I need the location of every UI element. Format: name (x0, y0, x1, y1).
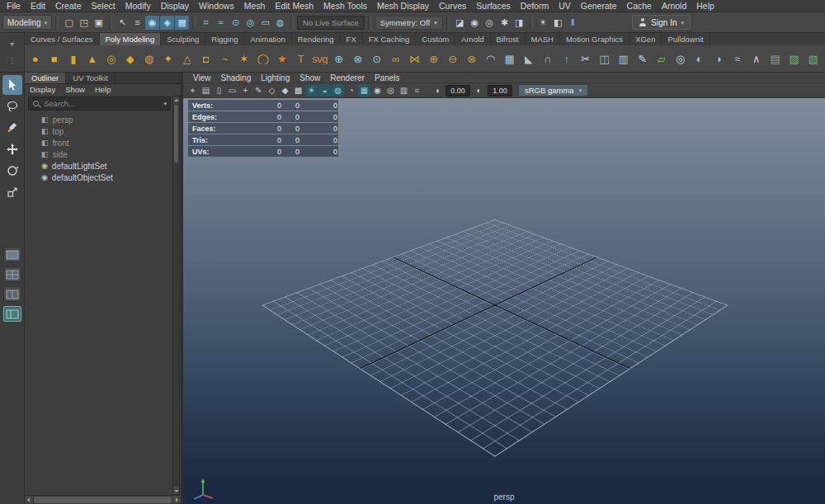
lookdev-view-icon[interactable]: ◧ (551, 16, 565, 30)
layout-two-pane[interactable] (3, 286, 21, 302)
shelf-editor-icon[interactable]: ⋮ (9, 57, 16, 64)
shelf-tab[interactable]: FX Caching (363, 33, 417, 45)
scroll-down-icon[interactable] (173, 487, 179, 494)
center-pivot-icon[interactable]: ⊕ (329, 47, 348, 70)
symmetry-select[interactable]: Symmetry: Off ▾ (375, 16, 443, 30)
select-by-hierarchy-icon[interactable]: ≡ (130, 16, 144, 30)
outliner-menu-item[interactable]: Show (60, 85, 90, 94)
outliner-item[interactable]: ◧ front (25, 137, 181, 148)
menubar-item[interactable]: Mesh Tools (318, 0, 372, 12)
render-settings-icon[interactable]: ✱ (497, 16, 512, 30)
uv-cylindrical-map-icon[interactable]: ▧ (804, 47, 823, 70)
menubar-item[interactable]: UV (554, 0, 576, 12)
average-vertices-icon[interactable]: ≈ (728, 47, 747, 70)
poly-pipe-icon[interactable]: ◘ (196, 47, 215, 70)
poly-plane-icon[interactable]: ◆ (120, 47, 139, 70)
outliner-item[interactable]: ◧ top (25, 125, 181, 137)
subdivide-icon[interactable]: ▦ (500, 47, 519, 70)
combine-icon[interactable]: ∞ (386, 47, 405, 70)
boolean-union-icon[interactable]: ⊕ (424, 47, 443, 70)
shelf-tab[interactable]: Curves / Surfaces (25, 33, 100, 45)
viewport-menu-item[interactable]: Shading (216, 73, 257, 82)
snap-to-projected-center-icon[interactable]: ◎ (243, 16, 257, 30)
joints-x-ray-icon[interactable]: ⌗ (411, 84, 423, 97)
camera-attributes-icon[interactable]: ▤ (200, 84, 212, 97)
snap-to-points-icon[interactable]: ⊙ (229, 16, 243, 30)
move-tool[interactable] (2, 139, 22, 159)
viewport-canvas[interactable]: Verts: 0 0 0 Edges: 0 0 0 Faces: 0 (183, 98, 825, 504)
boolean-intersection-icon[interactable]: ⊗ (462, 47, 481, 70)
save-scene-icon[interactable]: ▣ (92, 16, 106, 30)
image-plane-icon[interactable]: ▭ (226, 84, 238, 97)
separate-icon[interactable]: ⋈ (405, 47, 424, 70)
paint-vertex-icon[interactable]: ✎ (633, 47, 652, 70)
paint-select-tool[interactable] (2, 118, 22, 138)
poly-disc-icon[interactable]: ◍ (139, 47, 158, 70)
poly-cylinder-icon[interactable]: ▮ (64, 47, 82, 70)
shelf-tab[interactable]: Rendering (292, 33, 341, 45)
menubar-item[interactable]: Edit (26, 0, 50, 12)
menubar-item[interactable]: Curves (434, 0, 471, 12)
highlight-selection-mode-icon[interactable]: ▦ (175, 16, 189, 30)
menubar-item[interactable]: Deform (516, 0, 554, 12)
motion-blur-icon[interactable]: ◔ (345, 84, 357, 97)
textured-icon[interactable]: ▩ (292, 84, 304, 97)
2d-pan-zoom-icon[interactable]: + (239, 84, 252, 97)
poly-cone-icon[interactable]: ▲ (82, 47, 101, 70)
pause-viewport-icon[interactable]: ‖ (566, 16, 580, 30)
outliner-item[interactable]: ◉ defaultLightSet (25, 160, 181, 172)
outliner-menu-item[interactable]: Help (90, 85, 116, 94)
menubar-item[interactable]: Arnold (657, 0, 691, 12)
shelf-tab[interactable]: MASH (526, 33, 560, 45)
menubar-item[interactable]: Mesh (239, 0, 271, 12)
menubar-item[interactable]: File (2, 0, 26, 12)
scrollbar-thumb[interactable] (34, 497, 172, 503)
viewport-menu-item[interactable]: View (188, 73, 216, 82)
shelf-tab[interactable]: Animation (244, 33, 291, 45)
menu-set-selector[interactable]: Modeling ▾ (2, 15, 52, 30)
menubar-item[interactable]: Surfaces (471, 0, 515, 12)
shelf-tab[interactable]: Sculpting (161, 33, 205, 45)
outliner-vertical-scrollbar[interactable] (172, 96, 180, 495)
layout-single-pane[interactable] (3, 247, 21, 262)
poly-platonic-icon[interactable]: ✦ (158, 47, 177, 70)
shelf-tab[interactable]: Pulldownit (662, 33, 710, 45)
exposure-icon[interactable]: ◑ (431, 84, 443, 97)
shelf-tab[interactable]: FX (341, 33, 363, 45)
shelf-tab[interactable]: Bifrost (491, 33, 526, 45)
poly-cube-icon[interactable]: ■ (45, 47, 64, 70)
viewport-menu-item[interactable]: Lighting (256, 73, 295, 82)
depth-of-field-icon[interactable]: ◉ (371, 84, 384, 97)
live-surface-field[interactable]: No Live Surface (297, 16, 365, 30)
snap-together-icon[interactable]: ⊗ (348, 47, 367, 70)
scroll-left-icon[interactable] (25, 496, 33, 503)
search-input[interactable] (44, 99, 160, 108)
outliner-tab[interactable]: UV Toolkit (66, 73, 116, 83)
bevel-icon[interactable]: ◣ (519, 47, 538, 70)
svg-tool-icon[interactable]: svg (310, 47, 329, 70)
menubar-item[interactable]: Edit Mesh (270, 0, 318, 12)
wireframe-icon[interactable]: ◇ (266, 84, 278, 97)
make-live-icon[interactable]: ◍ (273, 16, 287, 30)
shelf-tab[interactable]: Arnold (455, 33, 490, 45)
open-render-view-icon[interactable]: ◪ (453, 16, 467, 30)
poly-torus-icon[interactable]: ◎ (101, 47, 120, 70)
target-weld-icon[interactable]: ◎ (671, 47, 690, 70)
render-current-frame-icon[interactable]: ◉ (468, 16, 482, 30)
sculpt-tool-icon[interactable]: ★ (272, 47, 291, 70)
boolean-difference-icon[interactable]: ⊖ (443, 47, 462, 70)
uv-planar-map-icon[interactable]: ▤ (766, 47, 785, 70)
menubar-item[interactable]: Help (691, 0, 719, 12)
menubar-item[interactable]: Create (50, 0, 87, 12)
scrollbar-track[interactable] (173, 163, 179, 487)
grease-pencil-icon[interactable]: ✎ (252, 84, 265, 97)
layout-outliner-persp[interactable] (3, 306, 21, 322)
viewport-menu-item[interactable]: Show (295, 73, 325, 82)
menubar-item[interactable]: Generate (576, 0, 622, 12)
snap-to-curves-icon[interactable]: ≈ (214, 16, 228, 30)
outliner-item[interactable]: ◧ side (25, 148, 181, 160)
new-scene-icon[interactable]: ▢ (62, 16, 76, 30)
poly-helix-icon[interactable]: ~ (215, 47, 234, 70)
type-tool-icon[interactable]: T (291, 47, 310, 70)
view-transform-select[interactable]: sRGB gamma ▾ (518, 84, 588, 97)
